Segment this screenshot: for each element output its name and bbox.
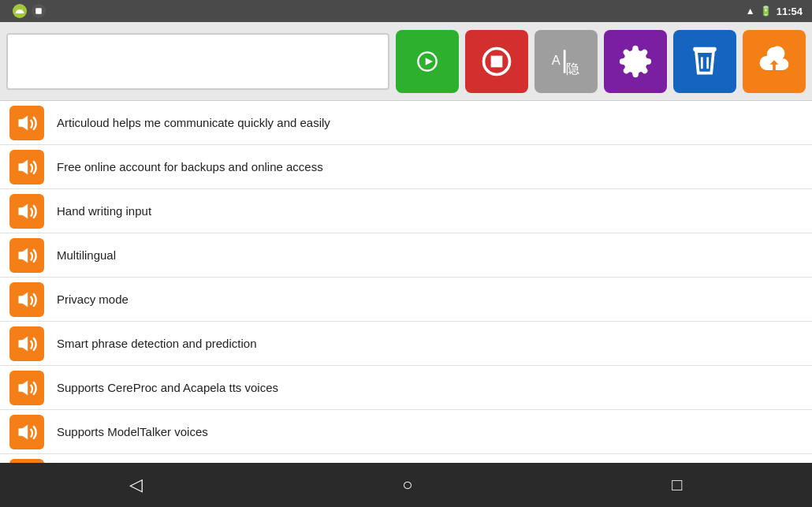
svg-rect-3 [491,55,503,67]
speaker-icon [9,194,44,229]
speaker-icon [9,371,44,405]
svg-marker-1 [426,58,433,65]
svg-text:A: A [552,52,561,66]
list-item-text: Supports CereProc and Acapela tts voices [57,381,278,394]
feature-list: Articuloud helps me communicate quickly … [0,101,812,463]
list-item-text: Articuloud helps me communicate quickly … [57,116,330,129]
back-button[interactable]: ◁ [110,468,162,501]
list-item[interactable]: Privacy mode [0,278,812,322]
wifi-icon: ▲ [746,6,755,17]
list-item[interactable]: Multilingual [0,233,812,278]
list-item[interactable]: Hand writing input [0,189,812,233]
list-item[interactable]: Free online account for backups and onli… [0,145,812,189]
search-input[interactable] [6,33,389,90]
android-icon [13,4,27,18]
list-item[interactable]: Smart phrase detection and prediction [0,322,812,366]
svg-marker-16 [19,336,28,351]
app-icon [32,4,46,18]
cloud-button[interactable] [743,30,806,93]
speaker-icon [9,238,44,273]
list-item-text: Smart phrase detection and prediction [57,337,256,350]
svg-marker-12 [19,159,28,174]
speaker-icon [9,326,44,361]
status-bar: ▲ 🔋 11:54 [0,0,812,22]
svg-marker-18 [19,424,28,439]
status-left-icons [9,4,739,18]
list-item-text: Free online account for backups and onli… [57,160,323,173]
list-item[interactable]: Articuloud helps me communicate quickly … [0,101,812,145]
list-item[interactable]: Supports ModelTalker voices [0,410,812,454]
svg-marker-14 [19,248,28,263]
settings-button[interactable] [604,30,667,93]
speaker-icon [9,150,44,185]
speaker-icon [9,282,44,317]
svg-marker-11 [19,115,28,130]
list-item-text: Supports ModelTalker voices [57,425,208,438]
svg-marker-15 [19,292,28,307]
toolbar: A 隐 [0,22,812,101]
list-item-text: Hand writing input [57,204,151,218]
speaker-icon [9,106,44,140]
svg-text:隐: 隐 [566,61,579,75]
battery-icon: 🔋 [760,6,772,17]
nav-bar: ◁ ○ □ [0,463,812,507]
svg-marker-13 [19,203,28,218]
recent-button[interactable]: □ [653,468,701,501]
list-item-text: Multilingual [57,248,116,262]
svg-marker-17 [19,380,28,395]
translate-button[interactable]: A 隐 [535,30,598,93]
delete-button[interactable] [673,30,736,93]
speaker-icon [9,415,44,449]
play-button[interactable] [396,30,459,93]
stop-button[interactable] [465,30,528,93]
list-item[interactable]: Supports SwiftKey and all other speciali… [0,454,812,463]
list-item-text: Privacy mode [57,293,129,306]
status-right-icons: ▲ 🔋 11:54 [746,6,803,17]
list-item[interactable]: Supports CereProc and Acapela tts voices [0,366,812,410]
status-time: 11:54 [777,6,803,17]
home-button[interactable]: ○ [383,468,431,501]
